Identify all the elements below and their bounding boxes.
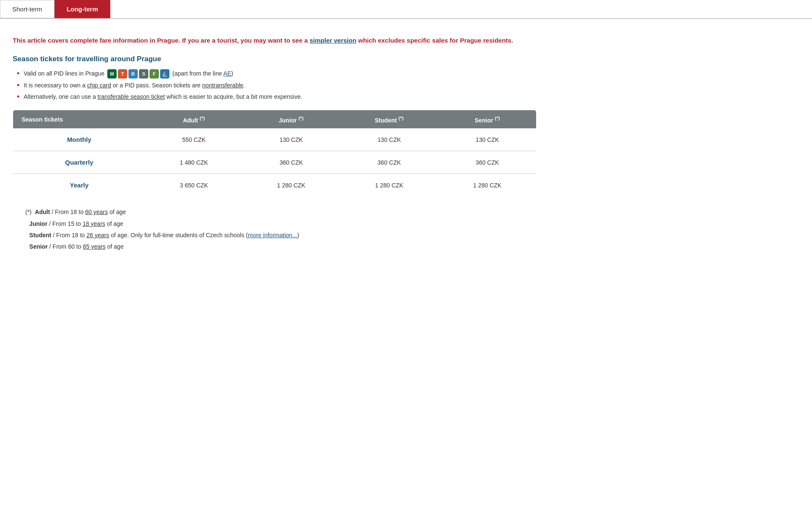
tram-icon: T: [118, 69, 127, 79]
bullet-item-2: It is necessary to own a chip card or a …: [17, 81, 537, 90]
table-row-yearly: Yearly 3 650 CZK 1 280 CZK 1 280 CZK 1 2…: [13, 174, 537, 197]
col-header-junior: Junior (*): [243, 110, 340, 128]
quarterly-adult: 1 480 CZK: [145, 151, 243, 174]
yearly-student: 1 280 CZK: [340, 174, 439, 197]
season-tickets-table: Season tickets Adult (*) Junior (*) Stud…: [13, 110, 537, 197]
info-list: Valid on all PID lines in Prague M T B S…: [13, 69, 537, 101]
simpler-version-link[interactable]: simpler version: [310, 37, 357, 44]
ae-link[interactable]: AE: [223, 70, 232, 77]
table-row-monthly: Monthly 550 CZK 130 CZK 130 CZK 130 CZK: [13, 128, 537, 151]
quarterly-senior: 360 CZK: [439, 151, 537, 174]
quarterly-student: 360 CZK: [340, 151, 439, 174]
table-row-quarterly: Quarterly 1 480 CZK 360 CZK 360 CZK 360 …: [13, 151, 537, 174]
monthly-adult: 550 CZK: [145, 128, 243, 151]
notice-text: This article covers complete fare inform…: [13, 36, 537, 46]
monthly-student: 130 CZK: [340, 128, 439, 151]
row-label-monthly: Monthly: [13, 128, 145, 151]
monthly-senior: 130 CZK: [439, 128, 537, 151]
metro-icon: M: [107, 69, 117, 79]
row-label-yearly: Yearly: [13, 174, 145, 197]
footnote-student: Student / From 18 to 26 years of age. On…: [13, 230, 537, 241]
table-header-row: Season tickets Adult (*) Junior (*) Stud…: [13, 110, 537, 128]
chip-card-link[interactable]: chip card: [87, 82, 111, 89]
footnote-adult: (*) Adult / From 18 to 60 years of age: [13, 207, 537, 217]
tab-short-term[interactable]: Short-term: [0, 0, 54, 18]
yearly-junior: 1 280 CZK: [243, 174, 340, 197]
footnote-senior: Senior / From 60 to 65 years of age: [13, 241, 537, 252]
section-title: Season tickets for travelling around Pra…: [13, 55, 537, 63]
student-label: Student: [29, 232, 51, 239]
transferable-ticket-link[interactable]: transferable season ticket: [98, 93, 165, 100]
footnote-junior: Junior / From 15 to 18 years of age: [13, 219, 537, 229]
more-information-link[interactable]: more information...: [248, 232, 297, 239]
col-header-student: Student (*): [340, 110, 439, 128]
col-header-senior: Senior (*): [439, 110, 537, 128]
bullet-item-3: Alternatively, one can use a transferabl…: [17, 92, 537, 101]
tab-long-term[interactable]: Long-term: [54, 0, 110, 18]
quarterly-junior: 360 CZK: [243, 151, 340, 174]
main-content: This article covers complete fare inform…: [0, 32, 549, 266]
funicular-icon: F: [150, 69, 159, 79]
tabs-container: Short-term Long-term: [0, 0, 812, 19]
col-header-season: Season tickets: [13, 110, 145, 128]
row-label-quarterly: Quarterly: [13, 151, 145, 174]
adult-label: Adult: [35, 209, 50, 215]
monthly-junior: 130 CZK: [243, 128, 340, 151]
junior-label: Junior: [29, 220, 47, 227]
transport-icons: M T B S F ⛵: [107, 69, 169, 79]
footnotes-section: (*) Adult / From 18 to 60 years of age J…: [13, 207, 537, 252]
senior-label: Senior: [29, 243, 48, 250]
bullet-item-1: Valid on all PID lines in Prague M T B S…: [17, 69, 537, 79]
ferry-icon: ⛵: [160, 69, 169, 79]
col-header-adult: Adult (*): [145, 110, 243, 128]
asterisk-label: (*): [25, 209, 35, 215]
nontransferable-link[interactable]: nontransferable: [202, 82, 243, 89]
train-icon: S: [139, 69, 148, 79]
bus-icon: B: [128, 69, 138, 79]
yearly-senior: 1 280 CZK: [439, 174, 537, 197]
yearly-adult: 3 650 CZK: [145, 174, 243, 197]
